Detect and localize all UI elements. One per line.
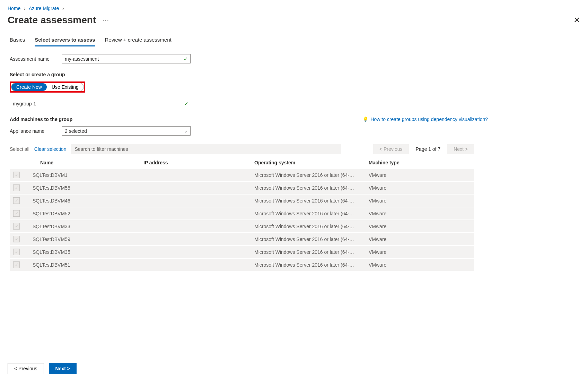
row-type: VMware — [361, 194, 474, 207]
breadcrumb-home[interactable]: Home — [8, 6, 20, 11]
column-type[interactable]: Machine type — [361, 156, 474, 169]
row-checkbox[interactable]: ✓ — [13, 210, 20, 217]
row-checkbox[interactable]: ✓ — [13, 249, 20, 255]
wizard-footer: < Previous Next > — [0, 358, 588, 379]
help-link-text: How to create groups using dependency vi… — [370, 117, 488, 122]
chevron-right-icon: › — [22, 6, 28, 11]
row-name: SQLTestDBVM1 — [25, 169, 136, 181]
highlight-annotation: Create New Use Existing — [10, 81, 85, 93]
row-name: SQLTestDBVM51 — [25, 258, 136, 271]
row-ip — [136, 169, 247, 181]
wizard-tabs: Basics Select servers to assess Review +… — [10, 36, 580, 46]
chevron-right-icon: › — [60, 6, 66, 11]
machines-table: Name IP address Operating system Machine… — [10, 156, 474, 271]
row-os: Microsoft Windows Server 2016 or later (… — [247, 258, 361, 271]
breadcrumb: Home › Azure Migrate › — [8, 6, 580, 12]
pager-next-button[interactable]: Next > — [447, 144, 474, 154]
row-type: VMware — [361, 207, 474, 220]
row-checkbox[interactable]: ✓ — [13, 223, 20, 230]
row-ip — [136, 181, 247, 194]
row-os: Microsoft Windows Server 2016 or later (… — [247, 233, 361, 246]
close-button[interactable]: ✕ — [572, 14, 582, 26]
group-name-input[interactable] — [10, 99, 191, 108]
row-ip — [136, 246, 247, 258]
row-checkbox[interactable]: ✓ — [13, 197, 20, 204]
table-row: ✓SQLTestDBVM51Microsoft Windows Server 2… — [10, 258, 474, 271]
row-name: SQLTestDBVM55 — [25, 181, 136, 194]
row-os: Microsoft Windows Server 2016 or later (… — [247, 207, 361, 220]
page-title: Create assessment — [8, 15, 96, 26]
table-row: ✓SQLTestDBVM55Microsoft Windows Server 2… — [10, 181, 474, 194]
table-row: ✓SQLTestDBVM1Microsoft Windows Server 20… — [10, 169, 474, 181]
row-type: VMware — [361, 181, 474, 194]
column-os[interactable]: Operating system — [247, 156, 361, 169]
appliance-name-value: 2 selected — [65, 128, 87, 134]
row-ip — [136, 258, 247, 271]
row-name: SQLTestDBVM59 — [25, 233, 136, 246]
column-name[interactable]: Name — [25, 156, 136, 169]
row-os: Microsoft Windows Server 2016 or later (… — [247, 194, 361, 207]
table-row: ✓SQLTestDBVM52Microsoft Windows Server 2… — [10, 207, 474, 220]
appliance-name-label: Appliance name — [10, 128, 55, 134]
row-name: SQLTestDBVM52 — [25, 207, 136, 220]
table-row: ✓SQLTestDBVM33Microsoft Windows Server 2… — [10, 220, 474, 233]
assessment-name-label: Assessment name — [10, 56, 55, 62]
row-name: SQLTestDBVM33 — [25, 220, 136, 233]
group-mode-toggle: Create New Use Existing — [11, 83, 84, 91]
row-os: Microsoft Windows Server 2016 or later (… — [247, 169, 361, 181]
row-type: VMware — [361, 246, 474, 258]
row-ip — [136, 233, 247, 246]
tab-select-servers[interactable]: Select servers to assess — [35, 36, 95, 46]
select-or-create-group-heading: Select or create a group — [10, 72, 580, 77]
table-row: ✓SQLTestDBVM35Microsoft Windows Server 2… — [10, 246, 474, 258]
assessment-name-input[interactable] — [62, 54, 191, 63]
dependency-visualization-help-link[interactable]: 💡 How to create groups using dependency … — [362, 117, 488, 122]
row-type: VMware — [361, 169, 474, 181]
footer-previous-button[interactable]: < Previous — [8, 363, 44, 374]
row-type: VMware — [361, 233, 474, 246]
row-checkbox[interactable]: ✓ — [13, 236, 20, 242]
select-all-link[interactable]: Select all — [10, 146, 29, 152]
row-checkbox[interactable]: ✓ — [13, 261, 20, 268]
machine-search-input[interactable] — [71, 144, 341, 154]
table-row: ✓SQLTestDBVM59Microsoft Windows Server 2… — [10, 233, 474, 246]
table-row: ✓SQLTestDBVM46Microsoft Windows Server 2… — [10, 194, 474, 207]
row-checkbox[interactable]: ✓ — [13, 172, 20, 178]
row-ip — [136, 194, 247, 207]
add-machines-heading: Add machines to the group — [10, 117, 72, 122]
row-name: SQLTestDBVM46 — [25, 194, 136, 207]
row-os: Microsoft Windows Server 2016 or later (… — [247, 181, 361, 194]
more-menu-button[interactable]: ··· — [102, 17, 109, 24]
row-os: Microsoft Windows Server 2016 or later (… — [247, 246, 361, 258]
breadcrumb-azure-migrate[interactable]: Azure Migrate — [29, 6, 59, 11]
use-existing-toggle[interactable]: Use Existing — [47, 83, 84, 91]
clear-selection-link[interactable]: Clear selection — [34, 146, 67, 152]
row-type: VMware — [361, 258, 474, 271]
column-ip[interactable]: IP address — [136, 156, 247, 169]
row-os: Microsoft Windows Server 2016 or later (… — [247, 220, 361, 233]
pager-previous-button[interactable]: < Previous — [373, 144, 409, 154]
row-checkbox[interactable]: ✓ — [13, 184, 20, 191]
create-new-toggle[interactable]: Create New — [11, 83, 47, 91]
row-name: SQLTestDBVM35 — [25, 246, 136, 258]
chevron-down-icon: ⌄ — [184, 129, 187, 133]
footer-next-button[interactable]: Next > — [49, 363, 77, 374]
tab-basics[interactable]: Basics — [10, 36, 25, 46]
row-ip — [136, 207, 247, 220]
row-ip — [136, 220, 247, 233]
pager-label: Page 1 of 7 — [416, 146, 441, 152]
lightbulb-icon: 💡 — [362, 117, 368, 122]
row-type: VMware — [361, 220, 474, 233]
tab-review-create[interactable]: Review + create assessment — [105, 36, 171, 46]
appliance-name-select[interactable]: 2 selected ⌄ — [62, 126, 191, 136]
